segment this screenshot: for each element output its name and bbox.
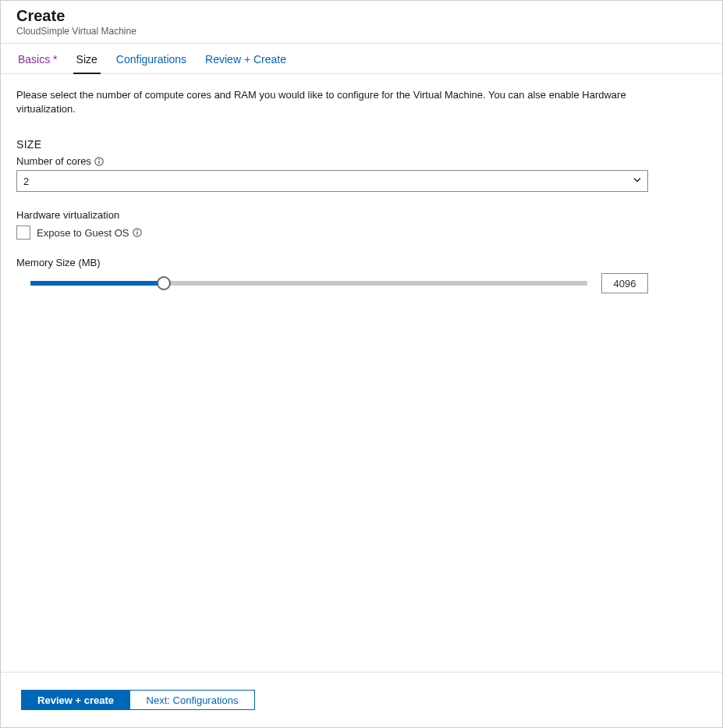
memory-slider-thumb[interactable]	[157, 276, 171, 290]
cores-label: Number of cores	[16, 155, 707, 167]
next-configurations-button[interactable]: Next: Configurations	[130, 690, 255, 710]
header: Create CloudSimple Virtual Machine	[1, 1, 722, 44]
page-subtitle: CloudSimple Virtual Machine	[16, 26, 707, 37]
content-area: Please select the number of compute core…	[1, 74, 722, 672]
create-window: Create CloudSimple Virtual Machine Basic…	[0, 0, 723, 728]
intro-text: Please select the number of compute core…	[16, 88, 640, 116]
tab-bar: Basics * Size Configurations Review + Cr…	[1, 44, 722, 74]
cores-select-value: 2	[23, 176, 29, 187]
memory-slider-fill	[30, 281, 164, 286]
footer: Review + create Next: Configurations	[1, 672, 722, 727]
cores-label-text: Number of cores	[16, 155, 91, 167]
cores-select[interactable]: 2	[16, 170, 648, 192]
review-create-button[interactable]: Review + create	[21, 690, 130, 710]
svg-rect-1	[98, 161, 99, 164]
svg-rect-5	[136, 230, 137, 231]
memory-slider[interactable]	[30, 281, 587, 286]
expose-guest-os-label: Expose to Guest OS	[37, 227, 142, 239]
info-icon[interactable]	[133, 228, 142, 237]
memory-value-input[interactable]: 4096	[601, 273, 648, 293]
page-title: Create	[16, 7, 707, 25]
section-title-size: SIZE	[16, 138, 707, 151]
tab-review-create[interactable]: Review + Create	[196, 44, 296, 73]
svg-rect-4	[136, 232, 137, 235]
expose-guest-os-label-text: Expose to Guest OS	[37, 227, 129, 239]
info-icon[interactable]	[94, 157, 104, 166]
hardware-virt-row: Expose to Guest OS	[16, 226, 707, 240]
tab-configurations[interactable]: Configurations	[107, 44, 196, 73]
memory-label: Memory Size (MB)	[16, 257, 707, 268]
tab-size[interactable]: Size	[67, 44, 107, 73]
tab-basics[interactable]: Basics *	[9, 44, 67, 73]
cores-select-wrap: 2	[16, 170, 648, 192]
memory-slider-row: 4096	[16, 273, 648, 293]
svg-rect-2	[98, 158, 99, 159]
hardware-virt-label: Hardware virtualization	[16, 209, 707, 221]
expose-guest-os-checkbox[interactable]	[16, 226, 30, 240]
